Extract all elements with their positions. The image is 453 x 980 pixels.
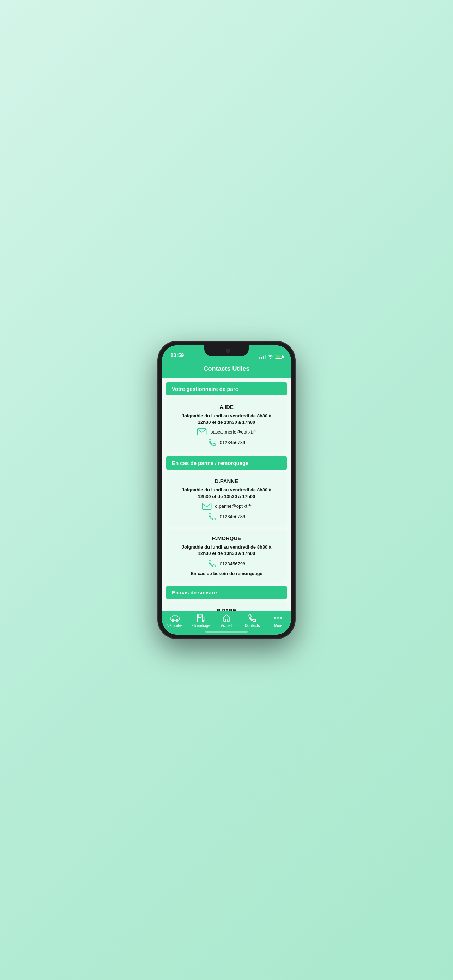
contact-hours: Joignable du lundi au vendredi de 8h30 à… — [182, 413, 271, 425]
svg-rect-0 — [197, 429, 207, 435]
status-time: 10:59 — [170, 352, 184, 359]
svg-rect-3 — [170, 617, 179, 620]
contact-name: A.IDE — [219, 404, 234, 410]
notch — [204, 345, 249, 356]
nav-label-more: More — [274, 624, 282, 628]
phone-icon-dpanne — [208, 512, 216, 521]
contact-email-row-dpanne[interactable]: d.panne@optixt.fr — [202, 503, 251, 510]
car-icon — [170, 614, 180, 623]
section-header-gestionnaire: Votre gestionnaire de parc — [166, 382, 287, 395]
gas-pump-icon — [196, 614, 205, 623]
contact-email-dpanne[interactable]: d.panne@optixt.fr — [215, 503, 251, 509]
content-area[interactable]: Votre gestionnaire de parc A.IDE Joignab… — [162, 378, 291, 611]
page-title: Contacts Utiles — [203, 365, 250, 372]
contact-hours-dpanne: Joignable du lundi au vendredi de 8h30 à… — [182, 487, 271, 500]
phone-icon — [208, 438, 216, 447]
svg-rect-7 — [198, 615, 202, 617]
contact-card-aide: A.IDE Joignable du lundi au vendredi de … — [166, 398, 287, 452]
battery-icon — [275, 355, 283, 359]
phone-icon-rmorque — [208, 560, 216, 568]
home-icon — [222, 614, 231, 623]
contact-hours-rmorque: Joignable du lundi au vendredi de 8h30 à… — [182, 544, 271, 557]
contact-phone-rmorque[interactable]: 0123456798 — [220, 561, 245, 566]
app-header: Contacts Utiles — [162, 361, 291, 378]
contact-card-dpanne: D.PANNE Joignable du lundi au vendredi d… — [166, 473, 287, 527]
svg-point-10 — [277, 617, 279, 619]
contact-phone-row-rmorque[interactable]: 0123456798 — [208, 560, 245, 568]
contact-name-dpanne: D.PANNE — [215, 478, 238, 484]
contact-card-rmorque: R.MORQUE Joignable du lundi au vendredi … — [166, 530, 287, 582]
nav-item-accueil[interactable]: Accueil — [213, 614, 239, 628]
contact-phone-row[interactable]: 0123456789 — [208, 438, 245, 447]
section-header-sinistre: En cas de sinistre — [166, 586, 287, 599]
phone-screen: 10:59 Contacts Utiles — [162, 345, 291, 635]
nav-label-accueil: Accueil — [221, 624, 232, 628]
contact-card-rpare: R.PARE Joignable du lundi au vendredi de… — [166, 602, 287, 611]
phone-nav-icon — [248, 614, 257, 623]
contact-name-rpare: R.PARE — [217, 608, 236, 611]
email-icon-dpanne — [202, 503, 212, 510]
signal-icon — [259, 355, 265, 359]
section-header-panne: En cas de panne / remorquage — [166, 457, 287, 469]
nav-item-vehicules[interactable]: Véhicules — [162, 614, 188, 628]
svg-point-8 — [203, 620, 204, 621]
contact-name-rmorque: R.MORQUE — [212, 535, 241, 541]
nav-item-contacts[interactable]: Contacts — [240, 614, 265, 628]
nav-label-vehicules: Véhicules — [167, 624, 183, 628]
camera — [226, 348, 230, 353]
svg-point-9 — [275, 617, 276, 619]
nav-item-more[interactable]: More — [265, 614, 291, 628]
nav-label-kilometrage: Kilométrage — [191, 624, 210, 628]
svg-rect-1 — [202, 503, 211, 509]
status-icons — [259, 355, 283, 359]
contact-email[interactable]: pascal.merle@optixt.fr — [210, 430, 256, 434]
contact-email-row[interactable]: pascal.merle@optixt.fr — [197, 428, 256, 435]
home-indicator — [205, 631, 248, 633]
contact-phone[interactable]: 0123456789 — [220, 440, 245, 445]
contact-note-rmorque: En cas de besoin de remorquage — [191, 571, 262, 576]
contact-phone-row-dpanne[interactable]: 0123456789 — [208, 512, 245, 521]
svg-point-11 — [280, 617, 282, 619]
phone-frame: 10:59 Contacts Utiles — [158, 341, 295, 639]
svg-point-4 — [172, 619, 173, 621]
contact-phone-dpanne[interactable]: 0123456789 — [220, 514, 245, 519]
nav-item-kilometrage[interactable]: Kilométrage — [188, 614, 213, 628]
nav-label-contacts: Contacts — [245, 624, 260, 628]
email-icon — [197, 428, 207, 435]
wifi-icon — [267, 355, 273, 359]
svg-point-5 — [176, 619, 178, 621]
more-dots-icon — [273, 614, 283, 623]
